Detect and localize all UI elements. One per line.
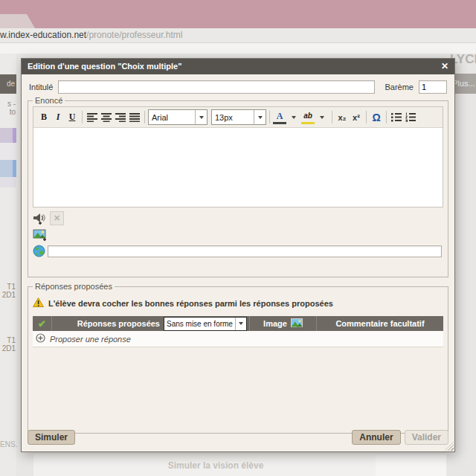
rail-gray-band bbox=[0, 143, 16, 160]
link-input[interactable] bbox=[48, 245, 442, 257]
align-left-icon[interactable] bbox=[86, 110, 99, 125]
italic-button[interactable]: I bbox=[51, 110, 65, 125]
reponses-legend: Réponses proposées bbox=[33, 282, 115, 291]
close-icon[interactable]: ✕ bbox=[441, 59, 448, 74]
superscript-button[interactable]: x² bbox=[350, 110, 363, 125]
reponses-table-header: ✔ Réponses proposées Sans mise en forme … bbox=[33, 316, 443, 331]
align-center-icon[interactable] bbox=[100, 110, 113, 125]
valider-button[interactable]: Valider bbox=[405, 430, 448, 445]
highlight-button[interactable]: ab bbox=[301, 111, 315, 124]
screen: w.index-education.net/pronote/professeur… bbox=[0, 0, 476, 476]
annuler-button[interactable]: Annuler bbox=[352, 430, 400, 445]
page-top-strip bbox=[0, 43, 476, 54]
background-left-rail: de s - to T1 2D1 T1 2D1 ENS. bbox=[0, 54, 16, 476]
add-answer-row[interactable]: Proposer une réponse bbox=[33, 331, 443, 347]
background-bottom-panel-right bbox=[376, 455, 446, 476]
toolbar-divider bbox=[386, 111, 387, 123]
intitule-input[interactable] bbox=[58, 80, 375, 94]
warning-row: L'élève devra cocher les bonnes réponses… bbox=[33, 297, 443, 310]
image-column-icon bbox=[291, 318, 303, 329]
link-row bbox=[33, 245, 443, 257]
reponses-column-header: Réponses proposées Sans mise en forme bbox=[52, 316, 250, 331]
dialog-footer: Simuler Annuler Valider bbox=[28, 430, 448, 446]
chevron-down-icon bbox=[195, 110, 207, 124]
subscript-button[interactable]: x₂ bbox=[335, 110, 349, 125]
reponses-fieldset: Réponses proposées L'élève devra cocher … bbox=[28, 282, 448, 434]
media-attachments: ✕ bbox=[33, 211, 443, 257]
dialog-title: Edition d'une question "Choix multiple" bbox=[28, 59, 181, 74]
chevron-down-icon bbox=[254, 110, 266, 124]
simulate-vision-button: Simuler la vision élève bbox=[156, 460, 275, 471]
remove-audio-button: ✕ bbox=[50, 211, 64, 225]
special-char-button[interactable]: Ω bbox=[370, 110, 383, 125]
toolbar-divider bbox=[82, 111, 83, 123]
image-row bbox=[33, 228, 443, 242]
commentaire-column-header: Commentaire facultatif bbox=[317, 316, 443, 331]
commentaire-column-label: Commentaire facultatif bbox=[335, 319, 424, 328]
image-column-label: Image bbox=[263, 319, 287, 328]
reponses-column-label: Réponses proposées bbox=[77, 319, 160, 328]
font-size-select[interactable]: 13px bbox=[211, 109, 266, 125]
rail-row-label: ENS. bbox=[0, 440, 16, 448]
url-path: /pronote/professeur.html bbox=[86, 30, 182, 40]
font-family-value: Arial bbox=[149, 113, 195, 122]
correct-column-header: ✔ bbox=[33, 316, 52, 331]
chevron-down-icon bbox=[235, 318, 246, 330]
add-image-icon[interactable] bbox=[33, 228, 48, 242]
rail-row-label: T1 2D1 bbox=[0, 336, 16, 353]
globe-icon[interactable] bbox=[33, 245, 45, 257]
rail-row-label: s - to bbox=[0, 100, 16, 116]
toolbar-divider bbox=[332, 111, 332, 123]
toolbar-divider bbox=[269, 111, 270, 123]
warning-text: L'élève devra cocher les bonnes réponses… bbox=[48, 299, 333, 308]
add-answer-label: Proposer une réponse bbox=[50, 335, 131, 344]
url-bar[interactable]: w.index-education.net/pronote/professeur… bbox=[0, 28, 476, 43]
browser-tab[interactable] bbox=[0, 14, 35, 28]
reponses-table: ✔ Réponses proposées Sans mise en forme … bbox=[33, 316, 443, 347]
format-select[interactable]: Sans mise en forme bbox=[164, 317, 247, 331]
bold-button[interactable]: B bbox=[37, 110, 51, 125]
font-color-button[interactable]: A bbox=[273, 110, 286, 124]
format-select-value: Sans mise en forme bbox=[164, 320, 235, 328]
bullet-list-icon[interactable] bbox=[390, 110, 403, 125]
url-domain: w.index-education.net bbox=[0, 30, 86, 40]
add-audio-icon[interactable] bbox=[33, 212, 48, 225]
bareme-label: Barème bbox=[385, 83, 414, 91]
enonce-editor-area[interactable] bbox=[33, 128, 443, 207]
toolbar-divider bbox=[366, 111, 367, 123]
enonce-fieldset: Enoncé B I U bbox=[28, 96, 448, 277]
rich-text-editor: B I U bbox=[33, 106, 443, 208]
rail-blue-band bbox=[0, 160, 16, 177]
rail-lavender-band bbox=[0, 177, 16, 187]
font-family-select[interactable]: Arial bbox=[148, 109, 208, 125]
rail-row-label: T1 2D1 bbox=[0, 283, 16, 299]
warning-icon bbox=[33, 297, 44, 310]
font-size-value: 13px bbox=[212, 113, 254, 122]
check-icon: ✔ bbox=[38, 318, 46, 329]
editor-toolbar: B I U bbox=[33, 107, 443, 128]
enonce-legend: Enoncé bbox=[33, 96, 65, 105]
bareme-input[interactable] bbox=[419, 80, 447, 94]
align-right-icon[interactable] bbox=[114, 110, 127, 125]
rail-purple-band bbox=[0, 128, 16, 143]
font-color-caret[interactable] bbox=[287, 110, 300, 125]
audio-row: ✕ bbox=[33, 211, 443, 225]
rail-header-cell: de bbox=[0, 74, 16, 94]
underline-button[interactable]: U bbox=[65, 110, 79, 125]
edit-question-dialog: Edition d'une question "Choix multiple" … bbox=[21, 58, 455, 452]
numbered-list-icon[interactable] bbox=[404, 110, 417, 125]
image-column-header: Image bbox=[250, 316, 317, 331]
dialog-title-bar[interactable]: Edition d'une question "Choix multiple" … bbox=[22, 59, 454, 74]
highlight-caret[interactable] bbox=[315, 110, 329, 125]
browser-top-bar bbox=[0, 0, 476, 28]
simuler-button[interactable]: Simuler bbox=[28, 430, 75, 445]
intitule-label: Intitulé bbox=[29, 83, 53, 91]
plus-circle-icon bbox=[36, 332, 45, 346]
intitule-row: Intitulé Barème bbox=[29, 80, 447, 94]
toolbar-divider bbox=[144, 111, 145, 123]
justify-icon[interactable] bbox=[128, 110, 141, 125]
